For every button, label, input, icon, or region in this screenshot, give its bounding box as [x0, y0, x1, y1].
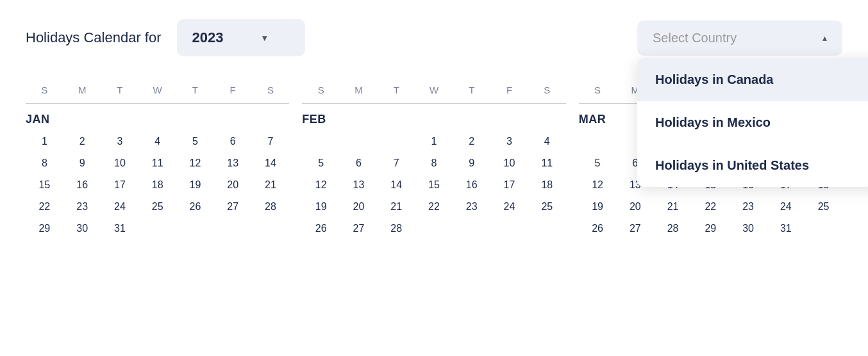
dow-s2: S — [252, 82, 290, 98]
day-cell: 11 — [138, 153, 176, 174]
day-cell: 13 — [340, 175, 378, 195]
day-cell: 13 — [214, 153, 252, 174]
day-cell: 19 — [176, 175, 214, 195]
day-cell: 29 — [26, 218, 63, 239]
dropdown-item-canada[interactable]: Holidays in Canada — [637, 58, 868, 101]
day-cell: 28 — [378, 218, 415, 239]
day-cell: 4 — [138, 131, 176, 152]
dow-f: F — [214, 82, 252, 98]
country-placeholder: Select Country — [653, 31, 737, 45]
country-select-button[interactable]: Select Country ▴ — [637, 20, 842, 56]
day-cell: 12 — [176, 153, 214, 174]
day-cell: 10 — [101, 153, 139, 174]
day-cell: 25 — [805, 197, 842, 217]
day-cell: 26 — [302, 218, 340, 239]
chevron-down-icon: ▾ — [262, 33, 267, 43]
day-cell: 22 — [26, 197, 63, 217]
day-cell: 9 — [63, 153, 101, 174]
day-cell: 27 — [616, 218, 654, 239]
day-cell: 26 — [176, 197, 214, 217]
chevron-up-icon: ▴ — [822, 33, 827, 43]
day-cell: 26 — [579, 218, 617, 239]
day-cell-empty — [340, 131, 378, 152]
day-cell: 8 — [415, 153, 453, 174]
day-cell: 4 — [528, 131, 566, 152]
dropdown-item-mexico[interactable]: Holidays in Mexico — [637, 101, 868, 144]
day-cell: 3 — [101, 131, 139, 152]
day-cell: 12 — [579, 175, 617, 195]
dow-t2: T — [453, 82, 490, 98]
dow-t: T — [101, 82, 139, 98]
year-select-button[interactable]: 2023 ▾ — [177, 19, 305, 56]
dow-f: F — [490, 82, 528, 98]
day-cell: 20 — [340, 197, 378, 217]
day-cell: 17 — [490, 175, 528, 195]
day-cell: 29 — [692, 218, 730, 239]
dow-w: W — [138, 82, 176, 98]
day-cell: 16 — [63, 175, 101, 195]
day-cell: 2 — [453, 131, 490, 152]
day-cell-empty — [378, 131, 415, 152]
day-cell: 15 — [26, 175, 63, 195]
day-cell: 5 — [302, 153, 340, 174]
month-label-feb: FEB — [302, 113, 565, 126]
day-cell: 17 — [101, 175, 139, 195]
day-cell: 31 — [767, 218, 805, 239]
day-cell: 20 — [616, 197, 654, 217]
day-cell: 11 — [528, 153, 566, 174]
page-title: Holidays Calendar for — [26, 29, 162, 46]
day-cell: 9 — [453, 153, 490, 174]
year-select-wrapper: 2023 ▾ — [177, 19, 305, 56]
dow-s: S — [302, 82, 340, 98]
dow-m: M — [63, 82, 101, 98]
dow-s2: S — [528, 82, 566, 98]
day-cell: 6 — [214, 131, 252, 152]
day-cell: 8 — [26, 153, 63, 174]
day-cell: 2 — [63, 131, 101, 152]
days-grid-jan: 1 2 3 4 5 6 7 8 9 10 11 12 13 14 15 16 1… — [26, 131, 289, 239]
day-cell: 7 — [252, 131, 290, 152]
day-cell-empty — [579, 131, 617, 152]
day-cell: 30 — [730, 218, 767, 239]
dow-t: T — [378, 82, 415, 98]
days-grid-feb: 1 2 3 4 5 6 7 8 9 10 11 12 13 14 15 16 1… — [302, 131, 565, 239]
day-cell-empty — [302, 131, 340, 152]
day-cell: 1 — [415, 131, 453, 152]
country-select-wrapper: Select Country ▴ Holidays in Canada Holi… — [637, 20, 842, 56]
dow-w: W — [415, 82, 453, 98]
day-cell: 27 — [214, 197, 252, 217]
day-cell: 14 — [378, 175, 415, 195]
day-cell: 3 — [490, 131, 528, 152]
day-cell: 22 — [692, 197, 730, 217]
day-cell: 25 — [138, 197, 176, 217]
day-cell: 22 — [415, 197, 453, 217]
day-cell: 28 — [252, 197, 290, 217]
day-cell: 20 — [214, 175, 252, 195]
day-cell: 12 — [302, 175, 340, 195]
day-cell: 24 — [490, 197, 528, 217]
day-cell: 5 — [579, 153, 617, 174]
day-cell: 18 — [528, 175, 566, 195]
day-cell: 5 — [176, 131, 214, 152]
day-cell: 23 — [730, 197, 767, 217]
country-dropdown-menu: Holidays in Canada Holidays in Mexico Ho… — [637, 58, 868, 187]
day-cell: 14 — [252, 153, 290, 174]
day-cell: 25 — [528, 197, 566, 217]
day-cell: 23 — [453, 197, 490, 217]
dow-row-jan: S M T W T F S — [26, 82, 289, 104]
month-label-jan: JAN — [26, 113, 289, 126]
day-cell: 31 — [101, 218, 139, 239]
day-cell: 30 — [63, 218, 101, 239]
day-cell: 16 — [453, 175, 490, 195]
day-cell: 6 — [340, 153, 378, 174]
day-cell: 27 — [340, 218, 378, 239]
day-cell: 15 — [415, 175, 453, 195]
day-cell: 21 — [378, 197, 415, 217]
dow-s: S — [579, 82, 617, 98]
dow-s: S — [26, 82, 63, 98]
day-cell: 24 — [767, 197, 805, 217]
day-cell: 1 — [26, 131, 63, 152]
dropdown-item-us[interactable]: Holidays in United States — [637, 144, 868, 187]
dow-m: M — [340, 82, 378, 98]
calendar-january: S M T W T F S JAN 1 2 3 4 5 6 7 8 9 10 1… — [26, 82, 289, 239]
